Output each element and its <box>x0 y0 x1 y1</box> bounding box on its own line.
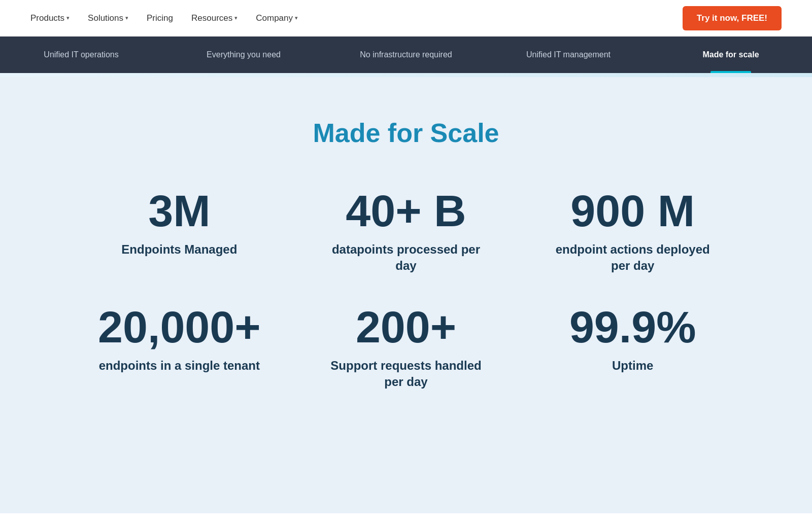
sub-nav-item-unified-it-ops[interactable]: Unified IT operations <box>0 37 162 73</box>
page-title: Made for Scale <box>20 118 792 148</box>
navbar: Products ▾ Solutions ▾ Pricing Resources… <box>0 0 812 37</box>
stat-number-uptime: 99.9% <box>569 305 696 349</box>
sub-nav-label-unified-it-ops: Unified IT operations <box>44 50 118 59</box>
chevron-down-icon: ▾ <box>66 15 70 21</box>
sub-nav: Unified IT operations Everything you nee… <box>0 37 812 73</box>
nav-item-solutions[interactable]: Solutions ▾ <box>88 13 128 23</box>
sub-nav-label-no-infrastructure: No infrastructure required <box>360 50 452 59</box>
chevron-down-icon: ▾ <box>125 15 128 21</box>
nav-links: Products ▾ Solutions ▾ Pricing Resources… <box>30 13 298 23</box>
stat-label-endpoint-actions: endpoint actions deployed per day <box>552 241 714 274</box>
nav-item-products[interactable]: Products ▾ <box>30 13 70 23</box>
stat-label-datapoints-processed: datapoints processed per day <box>325 241 487 274</box>
stat-item-uptime: 99.9% Uptime <box>529 305 736 391</box>
stat-number-endpoints-managed: 3M <box>148 189 210 233</box>
sub-nav-label-everything-you-need: Everything you need <box>207 50 281 59</box>
nav-label-pricing: Pricing <box>147 13 173 23</box>
nav-item-pricing[interactable]: Pricing <box>147 13 173 23</box>
stat-item-datapoints-processed: 40+ B datapoints processed per day <box>303 189 510 274</box>
stat-number-datapoints-processed: 40+ B <box>346 189 466 233</box>
stat-label-endpoints-single-tenant: endpoints in a single tenant <box>99 358 260 374</box>
nav-item-resources[interactable]: Resources ▾ <box>191 13 238 23</box>
sub-nav-item-unified-it-mgmt[interactable]: Unified IT management <box>487 37 650 73</box>
sub-nav-label-unified-it-mgmt: Unified IT management <box>526 50 611 59</box>
nav-label-solutions: Solutions <box>88 13 123 23</box>
stat-item-endpoint-actions: 900 M endpoint actions deployed per day <box>529 189 736 274</box>
chevron-down-icon: ▾ <box>295 15 298 21</box>
sub-nav-item-no-infrastructure[interactable]: No infrastructure required <box>325 37 487 73</box>
nav-item-company[interactable]: Company ▾ <box>256 13 298 23</box>
stat-item-endpoints-single-tenant: 20,000+ endpoints in a single tenant <box>76 305 283 391</box>
nav-label-products: Products <box>30 13 64 23</box>
accent-bar <box>0 73 812 77</box>
stat-label-support-requests: Support requests handled per day <box>325 358 487 391</box>
stat-number-support-requests: 200+ <box>356 305 456 349</box>
main-content: Made for Scale 3M Endpoints Managed 40+ … <box>0 77 812 513</box>
nav-label-company: Company <box>256 13 293 23</box>
stats-grid: 3M Endpoints Managed 40+ B datapoints pr… <box>76 189 736 391</box>
sub-nav-label-made-for-scale: Made for scale <box>702 50 759 59</box>
chevron-down-icon: ▾ <box>234 15 238 21</box>
sub-nav-item-everything-you-need[interactable]: Everything you need <box>162 37 325 73</box>
stat-label-endpoints-managed: Endpoints Managed <box>121 241 237 258</box>
stat-item-support-requests: 200+ Support requests handled per day <box>303 305 510 391</box>
nav-label-resources: Resources <box>191 13 232 23</box>
sub-nav-item-made-for-scale[interactable]: Made for scale <box>650 37 812 73</box>
stat-number-endpoints-single-tenant: 20,000+ <box>98 305 261 349</box>
cta-button[interactable]: Try it now, FREE! <box>683 6 782 30</box>
stat-number-endpoint-actions: 900 M <box>570 189 695 233</box>
stat-label-uptime: Uptime <box>612 358 653 374</box>
stat-item-endpoints-managed: 3M Endpoints Managed <box>76 189 283 274</box>
